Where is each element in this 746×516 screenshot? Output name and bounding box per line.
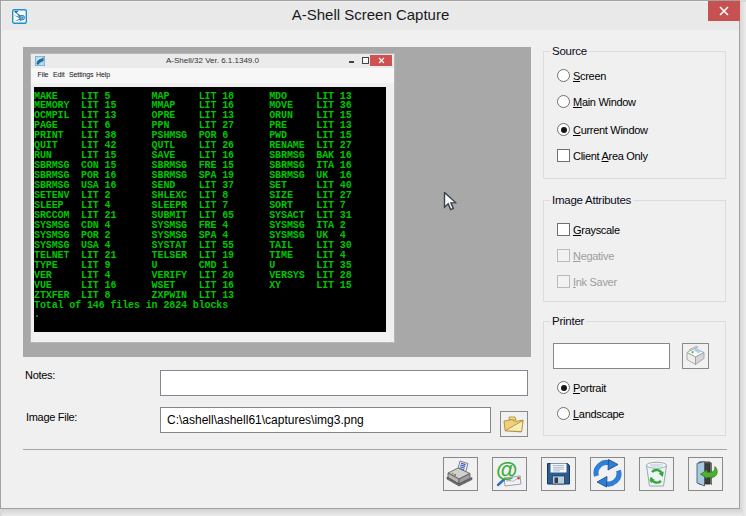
svg-text:@: @ xyxy=(496,459,517,482)
